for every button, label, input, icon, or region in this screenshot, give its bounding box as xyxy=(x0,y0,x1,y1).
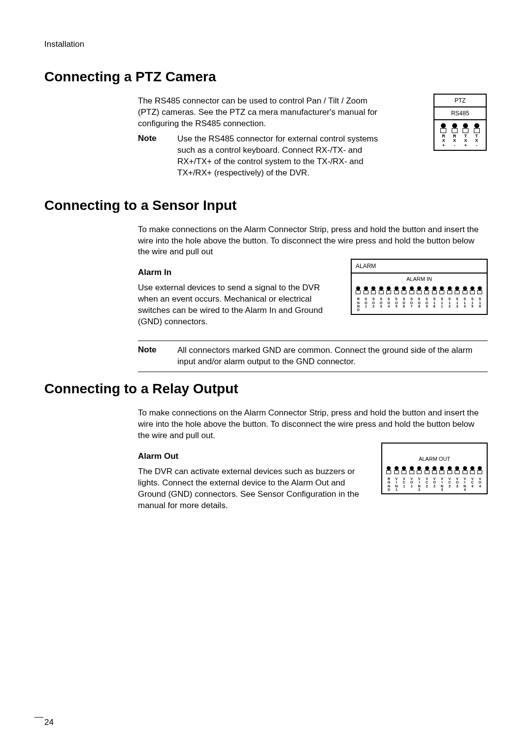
page-number: 24 xyxy=(44,718,54,727)
fig-ptz-title: PTZ xyxy=(434,95,486,107)
pin-label: SO5 xyxy=(394,297,399,311)
terminal-pin xyxy=(477,286,483,295)
figure-alarm-out: ALARM OUT RGNDVIN1VC1VO1VIN2VC2VO2VIN3VC… xyxy=(381,443,488,494)
pin-label: SO8 xyxy=(416,297,422,311)
figure-ptz-connector: PTZ RS485 RX+RX-TX+TX- xyxy=(433,94,488,151)
terminal-pin xyxy=(370,286,376,295)
fig-ptz-subtitle: RS485 xyxy=(434,107,486,120)
terminal-pin xyxy=(394,286,399,295)
terminal-pin xyxy=(462,466,468,475)
terminal-pin xyxy=(454,286,460,295)
terminal-pin xyxy=(439,123,447,132)
pin-label: VIN3 xyxy=(439,477,445,491)
pin-label: VIN2 xyxy=(416,477,422,491)
pin-label: VO1 xyxy=(409,477,415,491)
sensor-note-label: Note xyxy=(138,345,177,355)
heading-ptz: Connecting a PTZ Camera xyxy=(44,69,488,85)
fig-alarm-out-terminals xyxy=(382,464,487,476)
pin-label: VC4 xyxy=(469,477,475,491)
terminal-pin xyxy=(401,286,407,295)
pin-label: SO1 xyxy=(363,297,369,311)
alarm-in-subhead: Alarm In xyxy=(138,268,337,277)
terminal-pin xyxy=(409,286,415,295)
terminal-pin xyxy=(432,286,437,295)
divider xyxy=(138,372,488,372)
terminal-pin xyxy=(424,466,430,475)
pin-label: S16 xyxy=(477,297,483,311)
terminal-pin xyxy=(363,286,369,295)
terminal-pin xyxy=(416,466,422,475)
figure-alarm-in: ALARM ALARM IN RGNDSO1SO2SO3SO4SO5SO6SO7… xyxy=(351,259,488,314)
terminal-pin xyxy=(473,123,481,132)
fig-alarm-in-title: ALARM xyxy=(352,260,487,274)
fig-alarm-in-subtitle: ALARM IN xyxy=(352,274,487,284)
terminal-pin xyxy=(394,466,399,475)
heading-relay: Connecting to a Relay Output xyxy=(44,381,488,397)
pin-label: VO2 xyxy=(432,477,437,491)
pin-label: RGND xyxy=(386,477,392,491)
terminal-pin xyxy=(439,286,445,295)
sensor-note-text: All connectors marked GND are common. Co… xyxy=(177,345,488,368)
terminal-pin xyxy=(462,123,469,132)
terminal-pin xyxy=(469,286,475,295)
pin-label: SO2 xyxy=(370,297,376,311)
pin-label: SO6 xyxy=(401,297,407,311)
terminal-pin xyxy=(439,466,445,475)
divider xyxy=(138,341,488,341)
pin-label: S13 xyxy=(454,297,460,311)
terminal-pin xyxy=(447,466,453,475)
pin-label: TX- xyxy=(473,134,481,148)
pin-label: VC1 xyxy=(401,477,407,491)
pin-label: VC2 xyxy=(424,477,430,491)
terminal-pin xyxy=(401,466,407,475)
terminal-pin xyxy=(424,286,430,295)
terminal-pin xyxy=(355,286,361,295)
terminal-pin xyxy=(477,466,483,475)
pin-label: RX+ xyxy=(439,134,447,148)
pin-label: SO4 xyxy=(386,297,392,311)
heading-sensor: Connecting to a Sensor Input xyxy=(44,198,488,213)
terminal-pin xyxy=(462,286,468,295)
page-corner-mark xyxy=(34,717,43,718)
alarm-out-text: The DVR can activate external devices su… xyxy=(138,466,367,512)
terminal-pin xyxy=(378,286,384,295)
pin-label: S11 xyxy=(439,297,445,311)
pin-label: VIN1 xyxy=(394,477,399,491)
pin-label: S12 xyxy=(447,297,453,311)
alarm-out-subhead: Alarm Out xyxy=(138,451,367,461)
terminal-pin xyxy=(386,286,392,295)
pin-label: SO9 xyxy=(424,297,430,311)
terminal-pin xyxy=(447,286,453,295)
ptz-body-text: The RS485 connector can be used to contr… xyxy=(138,96,389,130)
pin-label: VIN4 xyxy=(462,477,468,491)
pin-label: S10 xyxy=(432,297,437,311)
fig-alarm-in-terminals xyxy=(352,284,487,296)
pin-label: SO3 xyxy=(378,297,384,311)
terminal-pin xyxy=(409,466,415,475)
fig-ptz-terminals xyxy=(434,120,486,133)
pin-label: VC3 xyxy=(447,477,453,491)
terminal-pin xyxy=(432,466,437,475)
fig-alarm-in-pin-labels: RGNDSO1SO2SO3SO4SO5SO6SO7SO8SO9S10S11S12… xyxy=(352,296,487,313)
terminal-pin xyxy=(454,466,460,475)
pin-label: S14 xyxy=(462,297,468,311)
pin-label: VO4 xyxy=(477,477,483,491)
relay-body-text: To make connections on the Alarm Connect… xyxy=(138,408,488,442)
fig-ptz-pin-labels: RX+RX-TX+TX- xyxy=(434,133,486,150)
terminal-pin xyxy=(451,123,459,132)
alarm-in-text: Use external devices to send a signal to… xyxy=(138,282,337,328)
pin-label: RX- xyxy=(451,134,459,148)
terminal-pin xyxy=(386,466,392,475)
pin-label: S15 xyxy=(469,297,475,311)
ptz-note-label: Note xyxy=(138,134,177,143)
terminal-pin xyxy=(469,466,475,475)
pin-label: RGND xyxy=(355,297,361,311)
ptz-note-text: Use the RS485 connector for external con… xyxy=(177,134,389,179)
pin-label: TX+ xyxy=(462,134,469,148)
page-header-label: Installation xyxy=(44,39,488,49)
pin-label: VO3 xyxy=(454,477,460,491)
sensor-body-text: To make connections on the Alarm Connect… xyxy=(138,224,488,258)
pin-label: SO7 xyxy=(409,297,415,311)
fig-alarm-out-pin-labels: RGNDVIN1VC1VO1VIN2VC2VO2VIN3VC3VO3VIN4VC… xyxy=(382,476,487,493)
terminal-pin xyxy=(416,286,422,295)
